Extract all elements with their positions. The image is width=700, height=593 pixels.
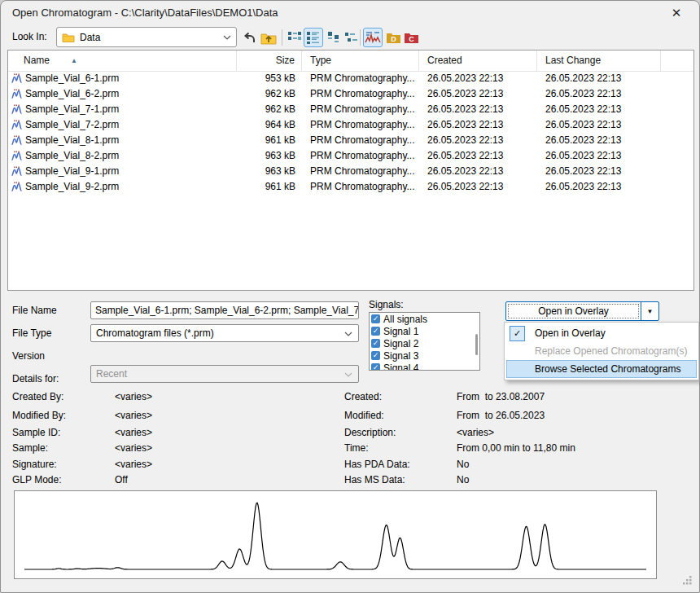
- table-row[interactable]: Sample_Vial_7-1.prm 962 kB PRM Chromatog…: [8, 102, 693, 117]
- back-button[interactable]: [240, 28, 260, 47]
- signals-label: Signals:: [369, 299, 404, 310]
- column-header-created[interactable]: Created: [419, 51, 537, 72]
- file-name: Sample_Vial_8-1.prm: [25, 133, 119, 148]
- checkbox-checked-icon[interactable]: ✓: [371, 351, 380, 360]
- menu-item-browse-selected[interactable]: Browse Selected Chromatograms: [506, 360, 697, 378]
- open-options-dropdown-button[interactable]: ▼: [641, 302, 658, 320]
- detail-label: Has PDA Data:: [344, 459, 410, 470]
- focus-rectangle: [508, 304, 639, 318]
- folder-up-icon: [260, 31, 277, 45]
- folder-icon: [62, 32, 75, 42]
- svg-text:D: D: [391, 35, 396, 43]
- file-last-change: 26.05.2023 22:13: [537, 164, 661, 179]
- resize-grip-icon[interactable]: [681, 574, 693, 586]
- file-name: Sample_Vial_9-1.prm: [25, 164, 119, 179]
- detail-label: Has MS Data:: [344, 474, 405, 485]
- column-header-name[interactable]: Name▲: [8, 51, 237, 72]
- table-row[interactable]: Sample_Vial_8-2.prm 963 kB PRM Chromatog…: [8, 148, 693, 164]
- details-title: Details for:: [12, 373, 59, 384]
- file-name: Sample_Vial_6-1.prm: [25, 71, 119, 86]
- file-name: Sample_Vial_7-2.prm: [25, 117, 119, 133]
- checkbox-checked-icon[interactable]: ✓: [371, 314, 380, 323]
- detail-value: <varies>: [115, 442, 152, 454]
- open-split-button[interactable]: Open in Overlay ▼: [505, 301, 659, 321]
- file-created: 26.05.2023 22:13: [419, 71, 537, 86]
- detail-label: Time:: [344, 442, 369, 454]
- table-row[interactable]: Sample_Vial_7-2.prm 964 kB PRM Chromatog…: [8, 117, 693, 133]
- chromatogram-preview-icon: [365, 30, 381, 45]
- detail-label: Sample ID:: [12, 427, 60, 438]
- menu-checkmark-icon: ✓: [510, 326, 525, 341]
- table-row[interactable]: Sample_Vial_8-1.prm 961 kB PRM Chromatog…: [8, 133, 693, 148]
- chevron-down-icon: [344, 372, 352, 377]
- file-size: 953 kB: [237, 71, 302, 86]
- icons-view-button[interactable]: [324, 28, 343, 47]
- file-last-change: 26.05.2023 22:13: [537, 148, 661, 164]
- file-size: 963 kB: [237, 164, 302, 179]
- column-header-size[interactable]: Size: [237, 51, 302, 72]
- checkbox-checked-icon[interactable]: ✓: [371, 363, 380, 371]
- undo-arrow-icon: [243, 31, 257, 44]
- file-size: 962 kB: [237, 86, 302, 102]
- checkbox-checked-icon[interactable]: ✓: [371, 327, 380, 336]
- detail-value: Off: [115, 474, 128, 485]
- file-last-change: 26.05.2023 22:13: [537, 117, 661, 133]
- chevron-down-icon: [344, 332, 352, 336]
- close-button[interactable]: ✕: [658, 1, 694, 24]
- signals-listbox[interactable]: ✓All signals ✓Signal 1 ✓Signal 2 ✓Signal…: [369, 312, 480, 371]
- column-header-last-change[interactable]: Last Change: [537, 51, 661, 72]
- table-row[interactable]: Sample_Vial_6-1.prm 953 kB PRM Chromatog…: [8, 71, 693, 86]
- table-row[interactable]: Sample_Vial_9-2.prm 961 kB PRM Chromatog…: [8, 179, 693, 195]
- scrollbar-thumb[interactable]: [475, 334, 478, 355]
- file-created: 26.05.2023 22:13: [419, 102, 537, 117]
- file-type: PRM Chromatography...: [302, 102, 419, 117]
- detail-value: <varies>: [115, 391, 152, 402]
- version-select: Recent: [90, 365, 359, 383]
- column-header-type[interactable]: Type: [302, 51, 419, 72]
- file-name: Sample_Vial_9-2.prm: [25, 179, 119, 195]
- signal-item[interactable]: ✓Signal 1: [370, 325, 479, 337]
- signal-item[interactable]: ✓Signal 4: [370, 362, 479, 371]
- detail-label: Modified By:: [12, 410, 66, 421]
- checkbox-checked-icon[interactable]: ✓: [371, 339, 380, 348]
- detail-value: <varies>: [115, 410, 152, 421]
- file-name: Sample_Vial_7-1.prm: [25, 102, 119, 117]
- detail-label: Created:: [344, 391, 382, 402]
- file-name-input[interactable]: Sample_Vial_6-1.prm; Sample_Vial_6-2.prm…: [90, 301, 359, 319]
- open-chromatogram-dialog: Open Chromatogram - C:\Clarity\DataFiles…: [0, 0, 700, 593]
- d-folder-icon: D: [386, 31, 401, 44]
- file-name: Sample_Vial_6-2.prm: [25, 86, 119, 102]
- table-row[interactable]: Sample_Vial_6-2.prm 962 kB PRM Chromatog…: [8, 86, 693, 102]
- title-bar[interactable]: Open Chromatogram - C:\Clarity\DataFiles…: [1, 1, 699, 25]
- file-name: Sample_Vial_8-2.prm: [25, 148, 119, 164]
- file-size: 962 kB: [237, 102, 302, 117]
- data-folder-button[interactable]: D: [383, 28, 403, 47]
- signal-item[interactable]: ✓Signal 2: [370, 337, 479, 349]
- tree-view-button[interactable]: [342, 28, 361, 47]
- details-view-icon: [306, 30, 321, 45]
- file-last-change: 26.05.2023 22:13: [537, 102, 661, 117]
- toolbar-separator: [282, 29, 282, 46]
- svg-text:C: C: [409, 35, 414, 43]
- signal-item[interactable]: ✓Signal 3: [370, 349, 479, 362]
- sort-ascending-icon: ▲: [71, 57, 77, 64]
- file-type: PRM Chromatography...: [302, 179, 419, 195]
- up-one-level-button[interactable]: [259, 28, 278, 47]
- menu-item-open-in-overlay[interactable]: ✓ Open in Overlay: [506, 324, 697, 342]
- details-view-button[interactable]: [304, 28, 323, 47]
- signal-item[interactable]: ✓All signals: [370, 313, 479, 325]
- calibration-folder-button[interactable]: C: [401, 28, 421, 47]
- file-type-select[interactable]: Chromatogram files (*.prm): [90, 324, 359, 342]
- file-created: 26.05.2023 22:13: [419, 148, 537, 164]
- list-view-button[interactable]: [285, 28, 304, 47]
- list-view-icon: [287, 30, 302, 45]
- file-type: PRM Chromatography...: [302, 164, 419, 179]
- detail-value: No: [457, 459, 469, 470]
- file-last-change: 26.05.2023 22:13: [537, 71, 661, 86]
- file-created: 26.05.2023 22:13: [419, 179, 537, 195]
- detail-value: From 0,00 min to 11,80 min: [457, 442, 575, 454]
- show-preview-button[interactable]: [363, 28, 383, 47]
- table-row[interactable]: Sample_Vial_9-1.prm 963 kB PRM Chromatog…: [8, 164, 693, 179]
- look-in-combobox[interactable]: Data: [56, 27, 237, 47]
- open-in-overlay-button[interactable]: Open in Overlay: [506, 302, 641, 320]
